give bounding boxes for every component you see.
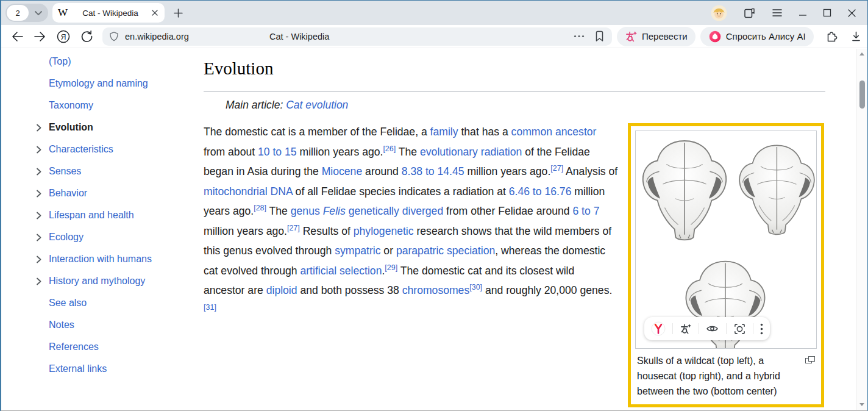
side-panel-icon[interactable] [743,7,756,20]
translate-icon[interactable] [680,323,692,335]
sidebar-item[interactable]: Etymology and naming [30,73,195,95]
wiki-link[interactable]: chromosomes [402,284,470,296]
kebab-menu-icon[interactable] [760,323,763,335]
yandex-logo-icon[interactable] [651,321,666,336]
sidebar-item[interactable]: Notes [30,314,195,336]
scroll-down-icon[interactable] [859,402,865,407]
camera-search-icon[interactable] [733,323,746,335]
close-tab-icon[interactable] [151,9,159,17]
evolution-paragraph: The domestic cat is a member of the Feli… [204,122,618,320]
sidebar-item[interactable]: See also [30,292,195,314]
scroll-thumb[interactable] [859,80,865,109]
wiki-link[interactable]: genus [291,205,320,217]
alice-icon [708,30,722,43]
url-text[interactable]: en.wikipedia.org [125,32,189,41]
sidebar-item[interactable]: History and mythology [30,270,195,292]
sidebar-item[interactable]: Ecology [30,226,195,248]
chevron-right-icon[interactable] [30,277,49,285]
chevron-right-icon[interactable] [30,212,49,220]
close-window-icon[interactable] [847,9,856,18]
paragraph-text: The [396,146,420,158]
download-icon[interactable] [850,30,862,43]
reference-link[interactable]: [29] [385,263,397,272]
sidebar-item[interactable]: (Top) [30,51,195,73]
wiki-link[interactable]: common ancestor [511,126,597,138]
sidebar-item-label: Lifespan and health [49,210,134,221]
shield-icon[interactable] [108,31,119,42]
divider [699,323,699,334]
vertical-scrollbar[interactable] [856,49,867,410]
menu-icon[interactable] [772,9,783,17]
more-icon[interactable] [574,35,585,38]
reference-link[interactable]: [30] [469,283,482,291]
hatnote-link[interactable]: Cat evolution [286,99,348,111]
address-bar[interactable]: en.wikipedia.org Cat - Wikipedia [102,27,612,46]
tab-counter[interactable]: 2 [5,4,48,22]
wiki-link[interactable]: 6.46 to 16.76 [509,185,572,198]
reload-icon[interactable] [80,30,93,43]
cat-skulls-illustration [636,131,816,348]
wiki-link[interactable]: phylogenetic [354,225,414,237]
reference-link[interactable]: [27] [287,224,300,232]
sidebar-item[interactable]: Behavior [30,182,195,204]
wiki-link[interactable]: 8.38 to 14.45 [402,165,464,177]
chevron-right-icon[interactable] [30,124,49,132]
skulls-image[interactable] [635,130,817,349]
sidebar-item[interactable]: Lifespan and health [30,204,195,226]
sidebar-item[interactable]: Characteristics [30,138,195,160]
minimize-icon[interactable] [799,9,807,17]
reference-link[interactable]: [26] [383,145,396,153]
table-of-contents: (Top)Etymology and namingTaxonomyEvoluti… [30,51,195,380]
eye-icon[interactable] [706,324,719,334]
paragraph-text: and both possess 38 [297,284,402,296]
hatnote-prefix: Main article: [226,99,286,111]
wiki-link[interactable]: diploid [266,284,297,296]
wiki-link[interactable]: 10 to 15 [258,146,297,158]
bookmark-icon[interactable] [594,30,605,42]
chevron-right-icon[interactable] [30,256,49,263]
sidebar-item-label: Ecology [49,232,84,243]
sidebar-item[interactable]: References [30,336,195,358]
forward-icon[interactable] [34,31,46,42]
wiki-link[interactable]: Miocene [322,165,363,177]
wiki-link[interactable]: 6 to 7 [572,205,599,217]
wiki-link[interactable]: sympatric [335,245,380,257]
divider [672,323,673,334]
chevron-right-icon[interactable] [30,190,49,198]
yandex-home-icon[interactable]: Я [56,29,71,44]
tab-count[interactable]: 2 [7,5,29,21]
extensions-icon[interactable] [825,30,839,43]
translate-button[interactable]: Перевести [617,27,695,46]
paragraph-text: of all Felidae species indicates a radia… [293,185,509,198]
back-icon[interactable] [11,31,24,42]
tab-cat-wikipedia[interactable]: W Cat - Wikipedia [52,3,165,23]
wiki-link[interactable]: family [430,126,458,138]
chevron-down-icon[interactable] [29,10,48,16]
wiki-link[interactable]: Felis [323,205,346,217]
wiki-link[interactable]: genetically diverged [349,205,444,217]
sidebar-item[interactable]: External links [30,358,195,380]
wiki-link[interactable]: mitochondrial DNA [204,185,293,198]
maximize-icon[interactable] [823,9,831,17]
reference-link[interactable]: [27] [550,164,563,173]
reference-link[interactable]: [31] [204,303,216,312]
new-tab-button[interactable] [173,8,183,18]
sidebar-item[interactable]: Interaction with humans [30,248,195,270]
wiki-link[interactable]: evolutionary radiation [420,146,522,158]
section-heading: Evolution [204,56,825,91]
chevron-right-icon[interactable] [30,168,49,176]
sidebar-item[interactable]: Evolution [30,116,195,138]
chevron-right-icon[interactable] [30,146,49,154]
sidebar-item[interactable]: Taxonomy [30,95,195,116]
avatar[interactable] [711,5,727,21]
reference-link[interactable]: [28] [254,204,266,212]
paragraph-text: or [380,245,396,257]
wiki-link[interactable]: parapatric speciation [396,245,495,257]
wiki-link[interactable]: artificial selection [300,265,382,277]
chevron-right-icon[interactable] [30,234,49,241]
sidebar-item[interactable]: Senses [30,160,195,182]
enlarge-icon[interactable] [805,356,815,363]
sidebar-item-label: Behavior [49,188,87,199]
scroll-up-icon[interactable] [859,52,865,56]
ask-alice-button[interactable]: Спросить Алису AI [700,27,814,46]
